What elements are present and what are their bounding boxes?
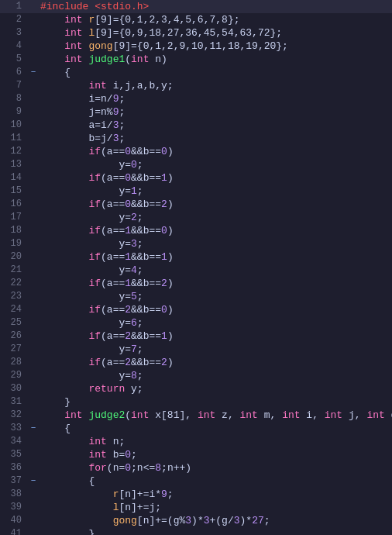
line-number: 33 — [0, 422, 28, 435]
line: 38 r[n]+=i*9; — [0, 488, 392, 501]
line-content: return y; — [39, 382, 392, 395]
line-number: 27 — [0, 343, 28, 356]
line: 3 int l[9]={0,9,18,27,36,45,54,63,72}; — [0, 26, 392, 40]
line: 39 l[n]+=j; — [0, 501, 392, 514]
line: 32 int judge2(int x[81], int z, int m, i… — [0, 409, 392, 422]
line-content: y=2; — [39, 211, 392, 224]
line: 6− { — [0, 66, 392, 79]
line-content: l[n]+=j; — [39, 501, 392, 514]
line-gutter-fold[interactable]: − — [28, 422, 39, 435]
line: 31 } — [0, 395, 392, 409]
line-number: 32 — [0, 409, 28, 422]
line-content: y=5; — [39, 290, 392, 303]
line: 37− { — [0, 475, 392, 488]
line: 23 y=5; — [0, 290, 392, 303]
line-number: 9 — [0, 105, 28, 119]
line: 10 a=i/3; — [0, 119, 392, 132]
line-number: 17 — [0, 211, 28, 224]
line-content: if(a==2&&b==0) — [39, 303, 392, 316]
code-editor: 1#include <stdio.h>2 int r[9]={0,1,2,3,4… — [0, 0, 392, 535]
line: 20 if(a==1&&b==1) — [0, 250, 392, 264]
line-number: 18 — [0, 224, 28, 237]
line-gutter-fold[interactable]: − — [28, 66, 39, 79]
line-content: y=6; — [39, 316, 392, 330]
line-content: if(a==1&&b==1) — [39, 250, 392, 264]
line: 29 y=8; — [0, 369, 392, 382]
line-number: 15 — [0, 185, 28, 198]
line-content: } — [39, 527, 392, 535]
line-number: 1 — [0, 0, 28, 13]
line-content: int judge2(int x[81], int z, int m, int … — [39, 409, 392, 422]
line-number: 23 — [0, 290, 28, 303]
line: 12 if(a==0&&b==0) — [0, 145, 392, 158]
line-content: y=4; — [39, 264, 392, 277]
line-content: if(a==1&&b==2) — [39, 277, 392, 290]
line-content: int i,j,a,b,y; — [39, 79, 392, 92]
line: 41 } — [0, 527, 392, 535]
line-number: 25 — [0, 316, 28, 330]
line: 21 y=4; — [0, 264, 392, 277]
line-number: 41 — [0, 527, 28, 535]
line-number: 16 — [0, 198, 28, 211]
line-number: 36 — [0, 461, 28, 475]
line-content: if(a==0&&b==2) — [39, 198, 392, 211]
line-number: 24 — [0, 303, 28, 316]
line-number: 28 — [0, 356, 28, 369]
line: 11 b=j/3; — [0, 132, 392, 145]
line: 16 if(a==0&&b==2) — [0, 198, 392, 211]
line-number: 14 — [0, 171, 28, 185]
line-number: 26 — [0, 330, 28, 343]
line-content: if(a==0&&b==0) — [39, 145, 392, 158]
line-content: #include <stdio.h> — [39, 0, 392, 13]
line-gutter-fold[interactable]: − — [28, 475, 39, 488]
line-content: } — [39, 395, 392, 409]
line-number: 7 — [0, 79, 28, 92]
line: 13 y=0; — [0, 158, 392, 171]
line: 7 int i,j,a,b,y; — [0, 79, 392, 92]
line: 2 int r[9]={0,1,2,3,4,5,6,7,8}; — [0, 13, 392, 26]
line-number: 39 — [0, 501, 28, 514]
line-number: 22 — [0, 277, 28, 290]
line-content: for(n=0;n<=8;n++) — [39, 461, 392, 475]
line-content: int r[9]={0,1,2,3,4,5,6,7,8}; — [39, 13, 392, 26]
line-content: a=i/3; — [39, 119, 392, 132]
line-content: y=8; — [39, 369, 392, 382]
line: 28 if(a==2&&b==2) — [0, 356, 392, 369]
line: 35 int b=0; — [0, 448, 392, 461]
line: 36 for(n=0;n<=8;n++) — [0, 461, 392, 475]
line: 30 return y; — [0, 382, 392, 395]
line-content: if(a==2&&b==2) — [39, 356, 392, 369]
line-content: j=n%9; — [39, 105, 392, 119]
line-content: r[n]+=i*9; — [39, 488, 392, 501]
line-content: y=1; — [39, 185, 392, 198]
line-number: 21 — [0, 264, 28, 277]
line-number: 5 — [0, 53, 28, 66]
line: 34 int n; — [0, 435, 392, 448]
line: 19 y=3; — [0, 237, 392, 250]
line: 40 gong[n]+=(g%3)*3+(g/3)*27; — [0, 514, 392, 527]
line-number: 11 — [0, 132, 28, 145]
line: 22 if(a==1&&b==2) — [0, 277, 392, 290]
line-content: gong[n]+=(g%3)*3+(g/3)*27; — [39, 514, 392, 527]
line-number: 10 — [0, 119, 28, 132]
line-content: int judge1(int n) — [39, 53, 392, 66]
line-number: 30 — [0, 382, 28, 395]
line: 4 int gong[9]={0,1,2,9,10,11,18,19,20}; — [0, 40, 392, 53]
line-content: int l[9]={0,9,18,27,36,45,54,63,72}; — [39, 26, 392, 40]
line: 18 if(a==1&&b==0) — [0, 224, 392, 237]
line-content: { — [39, 66, 392, 79]
line-content: { — [39, 475, 392, 488]
line-number: 20 — [0, 250, 28, 264]
line: 26 if(a==2&&b==1) — [0, 330, 392, 343]
line-number: 29 — [0, 369, 28, 382]
line-content: { — [39, 422, 392, 435]
line: 15 y=1; — [0, 185, 392, 198]
line-number: 8 — [0, 92, 28, 105]
line-number: 13 — [0, 158, 28, 171]
line-number: 31 — [0, 395, 28, 409]
line-content: y=3; — [39, 237, 392, 250]
line: 27 y=7; — [0, 343, 392, 356]
line-number: 38 — [0, 488, 28, 501]
line: 9 j=n%9; — [0, 105, 392, 119]
line-number: 12 — [0, 145, 28, 158]
